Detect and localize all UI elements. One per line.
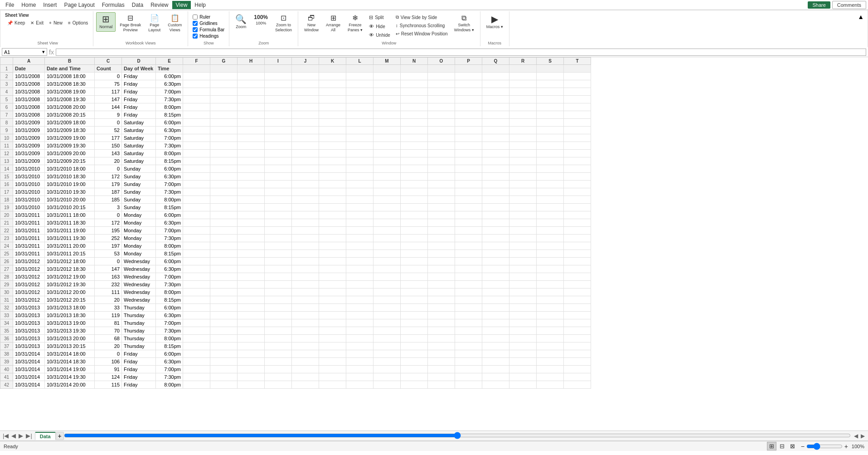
empty-cell[interactable] xyxy=(564,134,591,142)
empty-cell[interactable] xyxy=(210,88,238,96)
data-cell[interactable]: 20 xyxy=(95,157,122,165)
empty-cell[interactable] xyxy=(210,250,238,258)
empty-cell[interactable] xyxy=(482,373,509,381)
empty-cell[interactable] xyxy=(401,196,428,204)
empty-cell[interactable] xyxy=(564,265,591,273)
empty-cell[interactable] xyxy=(428,181,455,188)
empty-cell[interactable] xyxy=(509,127,537,134)
data-cell[interactable]: 10/31/2010 xyxy=(13,173,45,181)
empty-cell[interactable] xyxy=(401,242,428,250)
data-cell[interactable]: 7:00pm xyxy=(156,227,183,235)
empty-cell[interactable] xyxy=(537,181,564,188)
horizontal-scrollbar[interactable] xyxy=(64,432,851,439)
empty-cell[interactable] xyxy=(373,273,401,281)
empty-cell[interactable] xyxy=(401,289,428,296)
data-cell[interactable]: 10/31/2009 xyxy=(13,119,45,127)
empty-cell[interactable] xyxy=(265,312,292,319)
empty-cell[interactable] xyxy=(238,165,265,173)
empty-cell[interactable] xyxy=(482,142,509,150)
empty-cell[interactable] xyxy=(564,204,591,211)
empty-cell[interactable] xyxy=(537,150,564,157)
empty-cell[interactable] xyxy=(537,350,564,358)
data-cell[interactable]: 70 xyxy=(95,327,122,335)
empty-cell[interactable] xyxy=(319,134,346,142)
data-cell[interactable]: 115 xyxy=(95,381,122,389)
data-cell[interactable]: 10/31/2012 19:30 xyxy=(45,281,95,289)
empty-cell[interactable] xyxy=(346,381,373,389)
empty-cell[interactable] xyxy=(210,119,238,127)
empty-cell[interactable] xyxy=(183,80,210,88)
empty-cell[interactable] xyxy=(401,173,428,181)
data-cell[interactable]: 7:30pm xyxy=(156,281,183,289)
data-cell[interactable]: 10/31/2013 xyxy=(13,304,45,312)
empty-cell[interactable] xyxy=(482,111,509,119)
empty-cell[interactable] xyxy=(455,150,482,157)
empty-cell[interactable] xyxy=(428,381,455,389)
empty-cell[interactable] xyxy=(183,157,210,165)
empty-cell[interactable] xyxy=(265,88,292,96)
switch-windows-button[interactable]: ⧉ SwitchWindows ▾ xyxy=(451,12,477,35)
empty-cell[interactable] xyxy=(319,73,346,80)
data-cell[interactable]: 195 xyxy=(95,227,122,235)
empty-cell[interactable] xyxy=(455,96,482,103)
empty-cell[interactable] xyxy=(564,258,591,265)
empty-cell[interactable] xyxy=(564,319,591,327)
data-cell[interactable]: 7:30pm xyxy=(156,188,183,196)
empty-cell[interactable] xyxy=(428,96,455,103)
empty-cell[interactable] xyxy=(509,219,537,227)
empty-cell[interactable] xyxy=(319,312,346,319)
empty-cell[interactable] xyxy=(564,235,591,242)
empty-cell[interactable] xyxy=(265,204,292,211)
empty-cell[interactable] xyxy=(210,219,238,227)
empty-cell[interactable] xyxy=(238,88,265,96)
col-header-k[interactable]: K xyxy=(319,58,346,65)
empty-cell[interactable] xyxy=(265,211,292,219)
empty-cell[interactable] xyxy=(210,327,238,335)
empty-cell[interactable] xyxy=(265,350,292,358)
empty-cell[interactable] xyxy=(401,350,428,358)
data-cell[interactable]: 111 xyxy=(95,289,122,296)
empty-cell[interactable] xyxy=(564,196,591,204)
data-cell[interactable]: 10/31/2013 18:00 xyxy=(45,304,95,312)
col-header-r[interactable]: R xyxy=(509,58,537,65)
data-cell[interactable]: 8:00pm xyxy=(156,289,183,296)
empty-cell[interactable] xyxy=(265,258,292,265)
empty-cell[interactable] xyxy=(265,111,292,119)
empty-cell[interactable] xyxy=(210,350,238,358)
empty-cell[interactable] xyxy=(455,273,482,281)
data-cell[interactable]: 10/31/2013 xyxy=(13,342,45,350)
empty-cell[interactable] xyxy=(373,219,401,227)
empty-cell[interactable] xyxy=(292,103,319,111)
empty-cell[interactable] xyxy=(210,242,238,250)
menu-item-file[interactable]: File xyxy=(2,1,18,9)
empty-cell[interactable] xyxy=(238,366,265,373)
empty-cell[interactable] xyxy=(537,96,564,103)
data-cell[interactable]: Wednesday xyxy=(122,258,156,265)
empty-cell[interactable] xyxy=(292,289,319,296)
empty-cell[interactable] xyxy=(564,73,591,80)
empty-cell[interactable] xyxy=(482,381,509,389)
empty-cell[interactable] xyxy=(401,157,428,165)
empty-cell[interactable] xyxy=(509,381,537,389)
data-cell[interactable]: 10/31/2011 20:15 xyxy=(45,250,95,258)
headings-checkbox-row[interactable]: Headings xyxy=(192,33,225,39)
data-cell[interactable]: 6:30pm xyxy=(156,127,183,134)
empty-cell[interactable] xyxy=(455,335,482,342)
data-cell[interactable]: Sunday xyxy=(122,165,156,173)
empty-cell[interactable] xyxy=(428,73,455,80)
data-cell[interactable]: 10/31/2010 19:30 xyxy=(45,188,95,196)
empty-cell[interactable] xyxy=(401,319,428,327)
empty-cell[interactable] xyxy=(564,327,591,335)
empty-cell[interactable] xyxy=(401,127,428,134)
header-t[interactable] xyxy=(564,65,591,73)
data-cell[interactable]: 10/31/2011 xyxy=(13,250,45,258)
empty-cell[interactable] xyxy=(401,211,428,219)
col-header-i[interactable]: I xyxy=(265,58,292,65)
empty-cell[interactable] xyxy=(265,342,292,350)
empty-cell[interactable] xyxy=(482,204,509,211)
empty-cell[interactable] xyxy=(455,281,482,289)
data-cell[interactable]: Friday xyxy=(122,73,156,80)
empty-cell[interactable] xyxy=(537,327,564,335)
col-header-t[interactable]: T xyxy=(564,58,591,65)
zoom-selection-button[interactable]: ⊡ Zoom toSelection xyxy=(272,12,295,35)
